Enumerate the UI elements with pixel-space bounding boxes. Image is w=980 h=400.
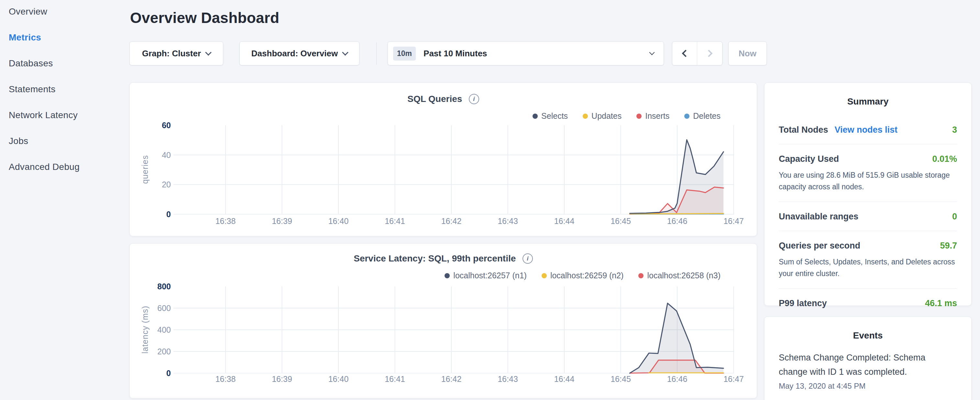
legend-label: Deletes (693, 112, 721, 121)
sidebar-item-metrics[interactable]: Metrics (9, 33, 125, 42)
legend-dot-icon (636, 113, 641, 119)
chevron-right-icon (705, 50, 713, 57)
summary-value: 3 (952, 125, 957, 135)
x-tick-label: 16:38 (206, 217, 245, 226)
summary-description: Sum of Selects, Updates, Inserts, and De… (779, 256, 957, 279)
x-tick-label: 16:47 (714, 375, 753, 384)
legend-dot-icon (533, 113, 538, 119)
legend-dot-icon (445, 273, 450, 278)
y-tick-label: 20 (130, 180, 171, 189)
chart-legend: localhost:26257 (n1)localhost:26259 (n2)… (445, 271, 721, 280)
legend-dot-icon (583, 113, 588, 119)
x-tick-label: 16:43 (488, 217, 527, 226)
summary-row-unavailable-ranges: Unavailable ranges 0 (779, 212, 957, 222)
sql-queries-chart-card: SQL Queries i SelectsUpdatesInsertsDelet… (129, 83, 757, 236)
summary-value: 59.7 (940, 241, 957, 251)
sidebar-item-databases[interactable]: Databases (9, 59, 125, 68)
y-tick-label: 200 (130, 347, 171, 356)
chart-title: SQL Queries (407, 94, 462, 104)
x-tick-label: 16:45 (601, 217, 640, 226)
page-title: Overview Dashboard (130, 9, 279, 27)
legend-item: localhost:26259 (n2) (542, 271, 624, 280)
chart-svg (173, 125, 734, 214)
chart-plot (173, 287, 735, 373)
summary-value: 0.01% (932, 154, 957, 164)
summary-label: Unavailable ranges (779, 212, 858, 222)
y-axis-title: queries (140, 121, 150, 218)
summary-label: Capacity Used (779, 154, 839, 164)
time-range-badge: 10m (393, 46, 416, 61)
x-tick-label: 16:44 (545, 375, 584, 384)
graph-scope-dropdown[interactable]: Graph: Cluster (129, 41, 223, 65)
chevron-down-icon (205, 49, 212, 56)
x-tick-label: 16:40 (319, 217, 358, 226)
legend-item: Deletes (684, 112, 721, 121)
legend-label: localhost:26257 (n1) (453, 271, 527, 280)
y-tick-label: 400 (130, 325, 171, 335)
event-timestamp: May 13, 2020 at 4:45 PM (779, 382, 957, 390)
y-tick-label: 0 (130, 368, 171, 378)
events-panel: Events Schema Change Completed: Schema c… (764, 317, 972, 400)
summary-label: P99 latency (779, 298, 827, 308)
summary-value: 0 (952, 212, 957, 222)
legend-label: localhost:26259 (n2) (550, 271, 624, 280)
chart-plot (173, 125, 735, 214)
sidebar-item-advanced-debug[interactable]: Advanced Debug (9, 162, 125, 172)
chart-svg (173, 287, 734, 373)
y-tick-label: 60 (130, 120, 171, 130)
event-text: Schema Change Completed: Schema change w… (779, 351, 947, 379)
legend-label: localhost:26258 (n3) (647, 271, 721, 280)
legend-dot-icon (684, 113, 689, 119)
chevron-down-icon (649, 50, 655, 55)
x-tick-label: 16:39 (263, 217, 302, 226)
summary-row-total-nodes: Total Nodes View nodes list 3 (779, 125, 957, 135)
divider (779, 202, 957, 202)
x-tick-label: 16:38 (206, 375, 245, 384)
summary-description: You are using 28.6 MiB of 515.9 GiB usab… (779, 169, 957, 193)
summary-row-qps: Queries per second 59.7 Sum of Selects, … (779, 241, 957, 279)
x-tick-label: 16:42 (432, 375, 471, 384)
y-tick-label: 800 (130, 282, 171, 291)
event-item[interactable]: Schema Change Completed: Schema change w… (779, 351, 957, 390)
legend-dot-icon (542, 273, 547, 278)
y-tick-label: 600 (130, 303, 171, 313)
x-tick-label: 16:44 (545, 217, 584, 226)
legend-item: localhost:26258 (n3) (638, 271, 721, 280)
toolbar-divider (376, 42, 377, 65)
sidebar: Overview Metrics Databases Statements Ne… (9, 7, 125, 188)
sidebar-item-statements[interactable]: Statements (9, 84, 125, 94)
time-range-selector[interactable]: 10m Past 10 Minutes (388, 41, 664, 65)
legend-label: Inserts (645, 112, 670, 121)
next-time-button[interactable] (697, 42, 722, 65)
legend-item: Inserts (636, 112, 670, 121)
sidebar-item-jobs[interactable]: Jobs (9, 136, 125, 146)
info-icon[interactable]: i (469, 94, 479, 104)
x-tick-label: 16:39 (263, 375, 302, 384)
graph-scope-label: Graph: Cluster (142, 49, 201, 59)
now-button-label: Now (739, 49, 756, 59)
sidebar-item-network-latency[interactable]: Network Latency (9, 110, 125, 120)
events-title: Events (779, 330, 957, 341)
divider (779, 231, 957, 231)
y-tick-label: 0 (130, 209, 171, 219)
time-step-buttons (672, 41, 722, 65)
chevron-left-icon (682, 50, 689, 57)
x-tick-label: 16:43 (488, 375, 527, 384)
sidebar-item-overview[interactable]: Overview (9, 7, 125, 16)
summary-row-p99-latency: P99 latency 46.1 ms (779, 298, 957, 308)
x-tick-label: 16:42 (432, 217, 471, 226)
info-icon[interactable]: i (522, 253, 533, 264)
summary-row-capacity: Capacity Used 0.01% You are using 28.6 M… (779, 154, 957, 193)
x-tick-label: 16:41 (375, 375, 414, 384)
y-tick-label: 40 (130, 150, 171, 160)
view-nodes-link[interactable]: View nodes list (835, 125, 898, 135)
dashboard-dropdown[interactable]: Dashboard: Overview (239, 41, 360, 65)
summary-label: Total Nodes (779, 125, 828, 135)
legend-item: localhost:26257 (n1) (445, 271, 527, 280)
dashboard-label: Dashboard: Overview (251, 49, 338, 59)
legend-label: Selects (541, 112, 568, 121)
divider (779, 144, 957, 144)
now-button[interactable]: Now (728, 41, 767, 65)
prev-time-button[interactable] (672, 42, 697, 65)
x-tick-label: 16:46 (658, 217, 697, 226)
